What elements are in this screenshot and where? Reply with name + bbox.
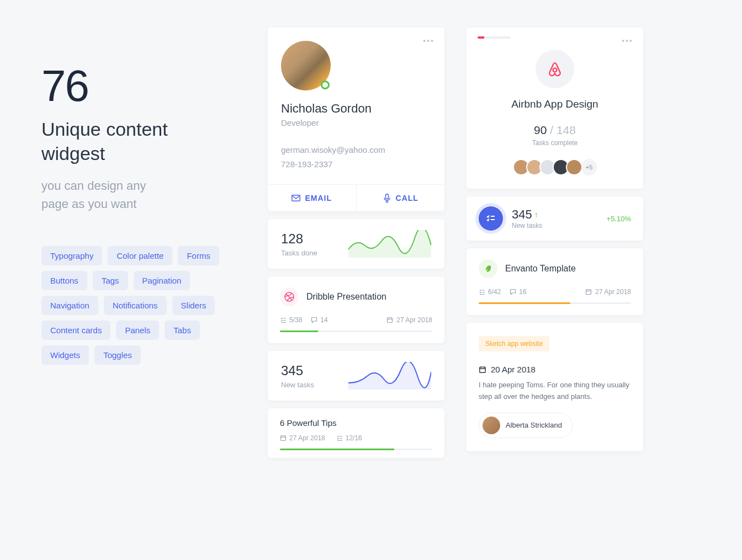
chip-tag[interactable]: Sketch app website	[479, 336, 549, 351]
call-button[interactable]: CALL	[356, 185, 445, 211]
sparkline-blue	[348, 362, 431, 390]
intro-panel: 76 Unique content widgest you can design…	[41, 28, 246, 365]
profile-card: ••• Nicholas Gordon Developer german.wis…	[268, 28, 444, 211]
avatar[interactable]	[281, 41, 331, 90]
comment-icon	[510, 289, 516, 295]
mini-progress	[478, 36, 511, 39]
intro-title: Unique content widgest	[41, 117, 246, 166]
sketch-date: 20 Apr 2018	[479, 365, 631, 374]
new-tasks-stat-card: 345 ↑ New tasks +5.10%	[467, 196, 643, 241]
intro-subtitle: you can design any page as you want	[41, 177, 246, 213]
svg-point-5	[553, 68, 557, 72]
sketch-card: Sketch app website 20 Apr 2018 I hate pe…	[467, 323, 643, 451]
online-status-icon	[321, 81, 330, 89]
arrow-up-icon: ↑	[534, 210, 538, 219]
more-icon[interactable]: •••	[423, 36, 434, 45]
profile-email: german.wisoky@yahoo.com	[281, 143, 431, 157]
email-icon	[292, 194, 300, 202]
tag-navigation[interactable]: Navigation	[41, 296, 98, 315]
comments-meta: 14	[311, 316, 327, 324]
tag-typography[interactable]: Typography	[41, 246, 102, 265]
dribbble-icon	[280, 287, 299, 306]
email-button[interactable]: EMAIL	[268, 185, 356, 211]
tag-forms[interactable]: Forms	[178, 246, 219, 265]
author-pill[interactable]: Alberta Strickland	[479, 413, 573, 438]
tag-toggles[interactable]: Toggles	[94, 345, 141, 365]
tag-buttons[interactable]: Buttons	[41, 271, 87, 290]
checklist-icon	[479, 206, 503, 231]
tips-date: 27 Apr 2018	[280, 434, 325, 442]
more-icon[interactable]: •••	[622, 36, 633, 45]
tag-panels[interactable]: Panels	[116, 321, 159, 340]
tag-list: TypographyColor paletteFormsButtonsTagsP…	[41, 246, 246, 365]
calendar-icon	[479, 366, 486, 374]
tips-card[interactable]: 6 Powerful Tips 27 Apr 2018 12/16	[268, 408, 444, 458]
airbnb-card: ••• Airbnb App Design 90 / 148 Tasks com…	[467, 28, 643, 189]
tag-pagination[interactable]: Pagination	[134, 271, 190, 290]
svg-rect-1	[385, 194, 388, 199]
calendar-icon	[386, 317, 393, 323]
profile-phone: 728-193-2337	[281, 157, 431, 172]
mini-avatar[interactable]	[566, 159, 582, 175]
sparkline-green	[348, 230, 431, 258]
tasks-meta: 6/42	[479, 288, 501, 296]
checklist-icon	[336, 435, 343, 441]
new-tasks-label: New tasks	[281, 381, 314, 389]
tag-sliders[interactable]: Sliders	[172, 296, 215, 315]
nt-value: 345 ↑	[512, 207, 542, 222]
more-count[interactable]: +5	[581, 159, 597, 175]
profile-name: Nicholas Gordon	[281, 102, 431, 116]
svg-rect-7	[480, 367, 486, 372]
svg-rect-6	[586, 290, 591, 295]
dribble-card[interactable]: Dribble Presentation 5/38 14 27 Apr 2018	[268, 276, 444, 343]
tasks-done-value: 128	[281, 231, 317, 247]
progress-bar	[280, 449, 432, 450]
nt-label: New tasks	[512, 222, 542, 230]
avatar-stack[interactable]: +5	[480, 159, 630, 175]
tasks-done-card: 128 Tasks done	[268, 219, 444, 269]
progress-bar	[479, 302, 631, 304]
tasks-meta: 5/38	[280, 316, 302, 324]
tasks-done-label: Tasks done	[281, 249, 317, 257]
comments-meta: 16	[510, 288, 526, 296]
date-meta: 27 Apr 2018	[386, 316, 432, 324]
nt-percent: +5.10%	[607, 215, 631, 223]
tips-title: 6 Powerful Tips	[280, 418, 432, 428]
svg-rect-3	[388, 318, 393, 323]
microphone-icon	[383, 194, 391, 202]
calendar-icon	[585, 289, 592, 295]
envanto-title: Envanto Template	[505, 264, 576, 274]
dribble-title: Dribble Presentation	[306, 292, 386, 302]
author-name: Alberta Strickland	[506, 421, 562, 429]
svg-rect-4	[281, 436, 286, 441]
tag-tabs[interactable]: Tabs	[165, 321, 200, 340]
author-avatar	[483, 417, 500, 434]
sketch-paragraph: I hate peeping Toms. For one thing they …	[479, 380, 631, 403]
tag-notifications[interactable]: Notifications	[104, 296, 167, 315]
tag-content-cards[interactable]: Content cards	[41, 321, 110, 340]
leaf-icon	[479, 259, 497, 278]
envanto-card[interactable]: Envanto Template 6/42 16 27 Apr 2018	[467, 248, 643, 315]
comment-icon	[311, 317, 317, 323]
date-meta: 27 Apr 2018	[585, 288, 631, 296]
tag-widgets[interactable]: Widgets	[41, 345, 89, 365]
airbnb-title: Airbnb App Design	[480, 98, 630, 110]
checklist-icon	[479, 289, 485, 295]
airbnb-count: 90 / 148	[480, 124, 630, 137]
tag-tags[interactable]: Tags	[93, 271, 128, 290]
tag-color-palette[interactable]: Color palette	[108, 246, 172, 265]
airbnb-label: Tasks complete	[480, 139, 630, 147]
calendar-icon	[280, 435, 287, 441]
profile-role: Developer	[281, 118, 431, 127]
tips-tasks: 12/16	[336, 434, 362, 442]
intro-number: 76	[41, 61, 246, 111]
airbnb-icon	[536, 50, 574, 88]
new-tasks-value: 345	[281, 363, 314, 378]
new-tasks-chart-card: 345 New tasks	[268, 351, 444, 401]
progress-bar	[280, 330, 432, 332]
checklist-icon	[280, 317, 287, 323]
